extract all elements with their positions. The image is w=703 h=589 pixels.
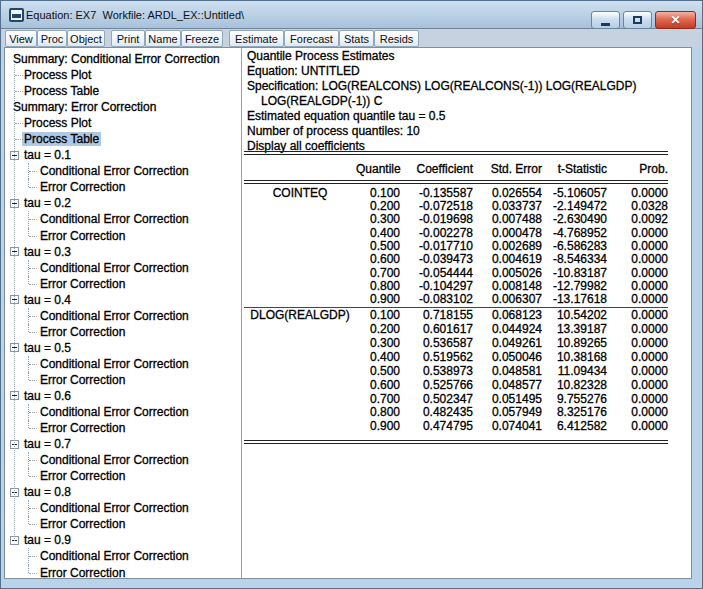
table-double-rule xyxy=(244,151,668,155)
eviews-window: Equation: EX7 Workfile: ARDL_EX::Untitle… xyxy=(0,0,703,589)
tree-item-label: tau = 0.1 xyxy=(22,148,73,162)
table-cell: 0.057949 xyxy=(473,406,542,420)
table-cell: 0.600 xyxy=(356,253,400,266)
table-cell: 0.718155 xyxy=(400,309,473,323)
tree-item-label: Process Plot xyxy=(22,68,93,82)
table-row-label xyxy=(244,420,356,434)
table-cell: 0.0000 xyxy=(607,267,668,280)
table-cell: 0.601617 xyxy=(400,323,473,337)
tree-item-process-table[interactable]: Process Table xyxy=(5,83,241,99)
output-header-line: LOG(REALGDP(-1)) C xyxy=(247,94,636,109)
tree-item-conditional-error-correction[interactable]: Conditional Error Correction xyxy=(5,356,241,372)
toolbar-button-resids[interactable]: Resids xyxy=(374,30,419,47)
tree-item-conditional-error-correction[interactable]: Conditional Error Correction xyxy=(5,452,241,468)
tree-item-summary-error-correction[interactable]: Summary: Error Correction xyxy=(5,99,241,115)
table-row-label xyxy=(244,323,356,337)
table-row-label xyxy=(244,267,356,280)
tree-item-conditional-error-correction[interactable]: Conditional Error Correction xyxy=(5,404,241,420)
table-row: COINTEQ0.100-0.1355870.026554-5.1060570.… xyxy=(244,187,668,200)
table-row: 0.500-0.0177100.002689-6.5862830.0000 xyxy=(244,240,668,253)
tree-item-label: Process Plot xyxy=(22,116,93,130)
table-row-label xyxy=(244,351,356,365)
close-button[interactable]: ✕ xyxy=(655,11,696,29)
tree-item-error-correction[interactable]: Error Correction xyxy=(5,420,241,436)
table-row: 0.9000.4747950.0740416.4125820.0000 xyxy=(244,420,668,434)
tree-item-process-plot[interactable]: Process Plot xyxy=(5,67,241,83)
tree-item-tau-0-6[interactable]: tau = 0.6 xyxy=(5,388,241,404)
table-row: DLOG(REALGDP)0.1000.7181550.06812310.542… xyxy=(244,309,668,323)
table-cell: 0.300 xyxy=(356,213,400,226)
tree-item-label: Process Table xyxy=(22,84,101,98)
tree-item-error-correction[interactable]: Error Correction xyxy=(5,565,241,579)
toolbar-button-stats[interactable]: Stats xyxy=(339,30,374,47)
tree-item-process-table[interactable]: Process Table xyxy=(5,131,241,147)
table-cell: 0.0000 xyxy=(607,253,668,266)
tree-item-error-correction[interactable]: Error Correction xyxy=(5,228,241,244)
table-header-row: QuantileCoefficientStd. Errort-Statistic… xyxy=(244,162,668,176)
tree-item-error-correction[interactable]: Error Correction xyxy=(5,516,241,532)
tree-item-tau-0-7[interactable]: tau = 0.7 xyxy=(5,436,241,452)
table-row: 0.700-0.0544440.005026-10.831870.0000 xyxy=(244,267,668,280)
tree-item-conditional-error-correction[interactable]: Conditional Error Correction xyxy=(5,211,241,227)
minimize-button[interactable] xyxy=(591,11,620,29)
table-cell: 6.412582 xyxy=(542,420,607,434)
tree-item-label: Error Correction xyxy=(38,229,127,243)
toolbar-button-name[interactable]: Name xyxy=(145,30,181,47)
table-cell: 0.007488 xyxy=(473,213,542,226)
tree-item-error-correction[interactable]: Error Correction xyxy=(5,372,241,388)
table-row: 0.200-0.0725180.033737-2.1494720.0328 xyxy=(244,200,668,213)
table-cell: 0.044924 xyxy=(473,323,542,337)
toolbar-button-freeze[interactable]: Freeze xyxy=(181,30,223,47)
tree-item-error-correction[interactable]: Error Correction xyxy=(5,468,241,484)
table-row: 0.6000.5257660.04857710.823280.0000 xyxy=(244,379,668,393)
tree-item-process-plot[interactable]: Process Plot xyxy=(5,115,241,131)
table-cell: 0.536587 xyxy=(400,337,473,351)
table-cell: -0.002278 xyxy=(400,227,473,240)
maximize-button[interactable] xyxy=(623,11,652,29)
tree-item-error-correction[interactable]: Error Correction xyxy=(5,276,241,292)
tree-item-error-correction[interactable]: Error Correction xyxy=(5,179,241,195)
output-header-line: Equation: UNTITLED xyxy=(247,64,636,79)
table-cell: -10.83187 xyxy=(542,267,607,280)
tree-item-tau-0-2[interactable]: tau = 0.2 xyxy=(5,195,241,211)
tree-item-error-correction[interactable]: Error Correction xyxy=(5,324,241,340)
tree-item-label: Error Correction xyxy=(38,517,127,531)
table-column-header: t-Statistic xyxy=(542,162,607,176)
tree-item-label: Conditional Error Correction xyxy=(38,261,191,275)
table-cell: 0.500 xyxy=(356,365,400,379)
tree-item-summary-conditional-error-correction[interactable]: Summary: Conditional Error Correction xyxy=(5,51,241,67)
table-cell: 9.755276 xyxy=(542,393,607,407)
table-row: 0.4000.5195620.05004610.381680.0000 xyxy=(244,351,668,365)
tree-item-label: tau = 0.6 xyxy=(22,389,73,403)
toolbar-button-view[interactable]: View xyxy=(5,30,37,47)
tree-item-tau-0-9[interactable]: tau = 0.9 xyxy=(5,532,241,548)
toolbar-button-proc[interactable]: Proc xyxy=(37,30,67,47)
table-cell: 0.0000 xyxy=(607,187,668,200)
toolbar-button-estimate[interactable]: Estimate xyxy=(229,30,284,47)
tree-item-conditional-error-correction[interactable]: Conditional Error Correction xyxy=(5,548,241,564)
table-row-label xyxy=(244,253,356,266)
table-row: 0.800-0.1042970.008148-12.799820.0000 xyxy=(244,280,668,293)
tree-item-conditional-error-correction[interactable]: Conditional Error Correction xyxy=(5,500,241,516)
tree-item-tau-0-1[interactable]: tau = 0.1 xyxy=(5,147,241,163)
tree-item-label: Conditional Error Correction xyxy=(38,357,191,371)
tree-item-tau-0-3[interactable]: tau = 0.3 xyxy=(5,244,241,260)
tree-item-tau-0-5[interactable]: tau = 0.5 xyxy=(5,340,241,356)
table-cell: 0.0000 xyxy=(607,406,668,420)
tree-item-conditional-error-correction[interactable]: Conditional Error Correction xyxy=(5,308,241,324)
table-cell: 0.200 xyxy=(356,200,400,213)
toolbar-button-forecast[interactable]: Forecast xyxy=(284,30,339,47)
toolbar-button-object[interactable]: Object xyxy=(67,30,105,47)
table-cell: 0.0000 xyxy=(607,227,668,240)
table-row-label xyxy=(244,213,356,226)
table-row: 0.8000.4824350.0579498.3251760.0000 xyxy=(244,406,668,420)
table-cell: 0.200 xyxy=(356,323,400,337)
tree-item-tau-0-4[interactable]: tau = 0.4 xyxy=(5,292,241,308)
table-cell: 0.008148 xyxy=(473,280,542,293)
table-row: 0.5000.5389730.04858111.094340.0000 xyxy=(244,365,668,379)
toolbar-button-print[interactable]: Print xyxy=(111,30,145,47)
table-double-rule xyxy=(244,440,668,444)
tree-item-conditional-error-correction[interactable]: Conditional Error Correction xyxy=(5,163,241,179)
tree-item-tau-0-8[interactable]: tau = 0.8 xyxy=(5,484,241,500)
tree-item-conditional-error-correction[interactable]: Conditional Error Correction xyxy=(5,260,241,276)
